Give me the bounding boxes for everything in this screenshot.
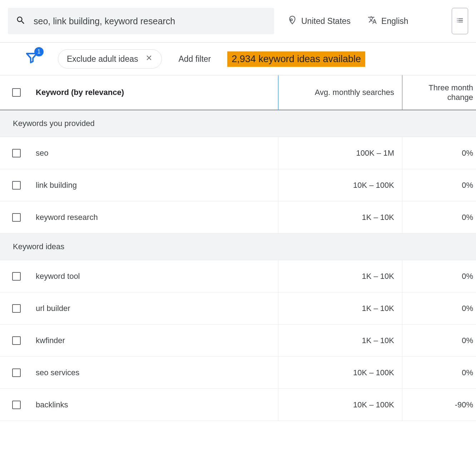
row-checkbox-cell	[0, 292, 36, 324]
column-header-change-label: Three month change	[402, 83, 473, 102]
table-row: keyword tool1K – 10K0%	[0, 260, 476, 292]
searches-cell: 10K – 100K	[278, 389, 402, 421]
row-checkbox-cell	[0, 260, 36, 292]
change-cell: 0%	[402, 137, 476, 169]
table-row: keyword research1K – 10K0%	[0, 201, 476, 233]
table-row: backlinks10K – 100K-90%	[0, 389, 476, 421]
row-checkbox[interactable]	[12, 401, 21, 409]
keyword-cell[interactable]: keyword research	[36, 201, 278, 233]
filter-chip-label: Exclude adult ideas	[67, 54, 138, 64]
location-selector[interactable]: United States	[284, 15, 354, 27]
filter-count-badge: 1	[34, 47, 44, 56]
row-checkbox[interactable]	[12, 181, 21, 190]
row-checkbox-cell	[0, 389, 36, 421]
keyword-cell[interactable]: kwfinder	[36, 325, 278, 356]
table-row: kwfinder1K – 10K0%	[0, 325, 476, 357]
location-label: United States	[301, 16, 351, 26]
search-input[interactable]	[34, 16, 266, 26]
row-checkbox[interactable]	[12, 272, 21, 281]
row-checkbox[interactable]	[12, 368, 21, 377]
row-checkbox-cell	[0, 137, 36, 169]
table-row: url builder1K – 10K0%	[0, 292, 476, 325]
keyword-cell[interactable]: seo	[36, 137, 278, 169]
change-cell: 0%	[402, 292, 476, 324]
add-filter-button[interactable]: Add filter	[178, 54, 211, 64]
searches-cell: 10K – 100K	[278, 357, 402, 388]
row-checkbox-cell	[0, 201, 36, 233]
filter-chip-exclude-adult[interactable]: Exclude adult ideas	[58, 49, 162, 69]
language-label: English	[381, 16, 408, 26]
table-row: link building10K – 100K0%	[0, 169, 476, 201]
table-header: Keyword (by relevance) Avg. monthly sear…	[0, 75, 476, 110]
searches-cell: 1K – 10K	[278, 325, 402, 356]
row-checkbox-cell	[0, 325, 36, 356]
change-cell: -90%	[402, 389, 476, 421]
row-checkbox[interactable]	[12, 304, 21, 313]
search-box[interactable]	[8, 8, 274, 34]
section-header-provided: Keywords you provided	[0, 110, 476, 137]
column-header-change[interactable]: Three month change	[402, 75, 476, 110]
searches-cell: 1K – 10K	[278, 201, 402, 233]
searches-cell: 1K – 10K	[278, 292, 402, 324]
close-icon[interactable]	[145, 54, 153, 64]
ideas-available-banner: 2,934 keyword ideas available	[227, 51, 365, 67]
keyword-cell[interactable]: seo services	[36, 357, 278, 388]
row-checkbox-cell	[0, 357, 36, 388]
keyword-cell[interactable]: backlinks	[36, 389, 278, 421]
filter-icon-button[interactable]: 1	[25, 51, 41, 67]
row-checkbox[interactable]	[12, 213, 21, 222]
filter-bar: 1 Exclude adult ideas Add filter 2,934 k…	[0, 43, 476, 75]
change-cell: 0%	[402, 201, 476, 233]
change-cell: 0%	[402, 325, 476, 356]
header-checkbox-cell	[0, 75, 36, 110]
searches-cell: 1K – 10K	[278, 260, 402, 292]
keyword-cell[interactable]: link building	[36, 169, 278, 201]
top-bar: United States English	[0, 0, 476, 42]
location-icon	[288, 15, 297, 27]
keyword-cell[interactable]: keyword tool	[36, 260, 278, 292]
searches-cell: 10K – 100K	[278, 169, 402, 201]
change-cell: 0%	[402, 260, 476, 292]
section-header-ideas: Keyword ideas	[0, 233, 476, 260]
row-checkbox-cell	[0, 169, 36, 201]
settings-menu-button[interactable]	[452, 8, 468, 34]
select-all-checkbox[interactable]	[12, 88, 21, 97]
table-row: seo services10K – 100K0%	[0, 357, 476, 389]
language-selector[interactable]: English	[364, 15, 412, 27]
column-header-keyword[interactable]: Keyword (by relevance)	[36, 75, 278, 110]
search-icon	[16, 15, 26, 27]
translate-icon	[368, 15, 377, 27]
searches-cell: 100K – 1M	[278, 137, 402, 169]
table-row: seo100K – 1M0%	[0, 137, 476, 169]
row-checkbox[interactable]	[12, 336, 21, 345]
change-cell: 0%	[402, 169, 476, 201]
keyword-cell[interactable]: url builder	[36, 292, 278, 324]
change-cell: 0%	[402, 357, 476, 388]
row-checkbox[interactable]	[12, 149, 21, 157]
column-header-searches[interactable]: Avg. monthly searches	[278, 75, 402, 110]
menu-icon	[456, 16, 464, 26]
